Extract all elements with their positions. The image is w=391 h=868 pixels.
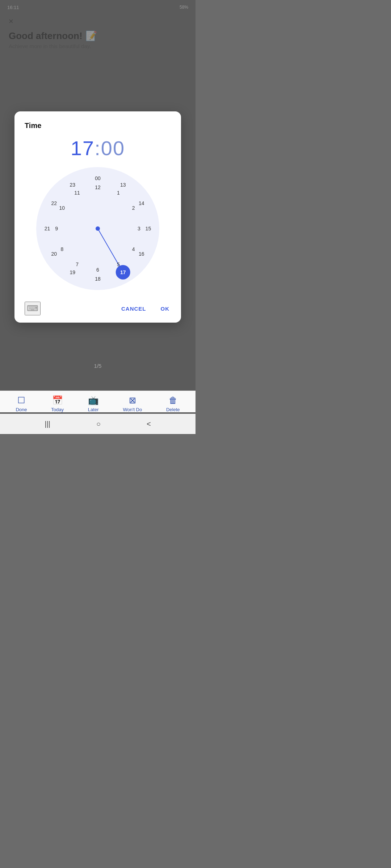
clock-number-7[interactable]: 7 — [71, 259, 83, 270]
time-colon: : — [94, 137, 101, 159]
nav-item-wontdo[interactable]: ⊠ Won't Do — [123, 395, 142, 412]
delete-label: Delete — [166, 407, 180, 412]
clock-number-8[interactable]: 8 — [56, 243, 68, 255]
clock-face[interactable]: 001311421531641751861972082192210231112 — [36, 167, 159, 290]
dialog-buttons: CANCEL OK — [120, 303, 171, 314]
delete-icon: 🗑 — [169, 395, 177, 405]
cancel-button[interactable]: CANCEL — [120, 303, 148, 314]
bottom-nav: ☐ Done 📅 Today 📺 Later ⊠ Won't Do 🗑 Dele… — [0, 391, 196, 412]
nav-item-delete[interactable]: 🗑 Delete — [166, 395, 180, 412]
time-minutes[interactable]: 00 — [101, 137, 125, 159]
wontdo-icon: ⊠ — [129, 395, 136, 405]
clock-number-9[interactable]: 9 — [51, 223, 62, 234]
clock-number-11[interactable]: 11 — [71, 187, 83, 199]
clock-number-5[interactable]: 5 — [113, 259, 124, 270]
clock-number-6[interactable]: 6 — [92, 264, 104, 276]
wontdo-label: Won't Do — [123, 407, 142, 412]
nav-item-later[interactable]: 📺 Later — [88, 395, 99, 412]
dialog-title: Time — [25, 122, 171, 130]
today-icon: 📅 — [52, 395, 63, 405]
home-button[interactable]: ○ — [96, 420, 101, 428]
done-icon: ☐ — [17, 395, 25, 405]
nav-item-today[interactable]: 📅 Today — [51, 395, 64, 412]
clock-number-12[interactable]: 12 — [92, 182, 104, 193]
clock-container: 001311421531641751861972082192210231112 — [25, 167, 171, 290]
nav-item-done[interactable]: ☐ Done — [16, 395, 27, 412]
time-display-value: 17:00 — [71, 137, 125, 159]
time-picker-dialog: Time 17:00 00131142153164175186197208219… — [14, 111, 181, 323]
ok-button[interactable]: OK — [159, 303, 171, 314]
system-nav-bar: ||| ○ < — [0, 414, 196, 434]
clock-number-3[interactable]: 3 — [133, 223, 145, 234]
menu-button[interactable]: ||| — [45, 420, 50, 428]
keyboard-toggle-button[interactable]: ⌨ — [25, 302, 41, 315]
dialog-overlay: Time 17:00 00131142153164175186197208219… — [0, 0, 196, 434]
time-hours[interactable]: 17 — [71, 137, 94, 159]
clock-number-2[interactable]: 2 — [128, 202, 139, 214]
later-icon: 📺 — [88, 395, 99, 405]
time-display: 17:00 — [25, 136, 171, 160]
dialog-actions: ⌨ CANCEL OK — [25, 299, 171, 315]
today-label: Today — [51, 407, 64, 412]
pagination: 1/5 — [0, 363, 196, 369]
back-button[interactable]: < — [147, 420, 151, 428]
later-label: Later — [88, 407, 99, 412]
clock-number-1[interactable]: 1 — [113, 187, 124, 199]
clock-number-4[interactable]: 4 — [128, 243, 139, 255]
done-label: Done — [16, 407, 27, 412]
clock-number-10[interactable]: 10 — [56, 202, 68, 214]
